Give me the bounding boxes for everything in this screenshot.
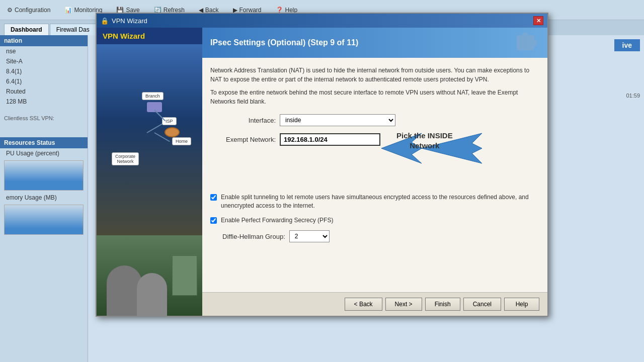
wizard-right-panel: IPsec Settings (Optional) (Step 9 of 11)…	[202, 28, 547, 316]
wizard-left-title: VPN Wizard	[97, 28, 202, 44]
wizard-content: Network Address Translation (NAT) is use…	[202, 58, 547, 292]
pfs-row: Enable Perfect Forwarding Secrecy (PFS)	[210, 216, 539, 225]
dh-group-select[interactable]: 2 1 5	[289, 230, 330, 242]
sidebar-item-641[interactable]: 6.4(1)	[0, 76, 88, 86]
sidebar-item-nse[interactable]: nse	[0, 46, 88, 56]
vpn-wizard-dialog: 🔒 VPN Wizard ✕ VPN Wizard Branch	[96, 13, 548, 317]
monitoring-icon: 📊	[64, 7, 72, 14]
pfs-label: Enable Perfect Forwarding Secrecy (PFS)	[221, 216, 333, 225]
tab-dashboard[interactable]: Dashboard	[4, 24, 49, 35]
interface-row: Interface: insideoutside	[210, 114, 539, 126]
split-tunneling-row: Enable split tunneling to let remote use…	[210, 193, 539, 210]
sidebar-item-128mb: 128 MB	[0, 97, 88, 107]
isp-icon	[165, 127, 180, 137]
next-button[interactable]: Next >	[385, 298, 422, 311]
split-tunneling-checkbox[interactable]	[210, 194, 217, 201]
dialog-overlay: 🔒 VPN Wizard ✕ VPN Wizard Branch	[0, 0, 644, 362]
interface-select[interactable]: insideoutside	[280, 114, 395, 126]
sidebar-item-routed[interactable]: Routed	[0, 86, 88, 97]
exempt-network-row: Exempt Network: Pick the INSIDE Networ	[210, 133, 539, 146]
description-para-2: To expose the entire network behind the …	[210, 88, 539, 106]
wizard-description: Network Address Translation (NAT) is use…	[210, 66, 539, 106]
wizard-header: IPsec Settings (Optional) (Step 9 of 11)	[202, 28, 547, 58]
wizard-left-panel: VPN Wizard Branch ISP Home Cor	[97, 28, 202, 316]
wizard-bottom-image	[97, 235, 202, 316]
svg-point-1	[522, 33, 528, 38]
config-icon: ⚙	[7, 7, 13, 14]
finish-button[interactable]: Finish	[425, 298, 460, 311]
config-btn[interactable]: ⚙ Configuration	[4, 6, 53, 15]
isp-label: ISP	[162, 117, 177, 125]
person-silhouette-2	[137, 273, 167, 316]
dh-group-row: Diffie-Hellman Group: 2 1 5	[222, 230, 539, 242]
sidebar-ssl-vpn: Clientless SSL VPN:	[0, 114, 88, 122]
split-tunneling-label: Enable split tunneling to let remote use…	[221, 193, 539, 210]
dialog-title-left: 🔒 VPN Wizard	[101, 17, 147, 25]
description-para-1: Network Address Translation (NAT) is use…	[210, 66, 539, 84]
vpn-wizard-icon: 🔒	[101, 17, 109, 25]
interface-label: Interface:	[210, 117, 276, 124]
sidebar-section-resources: Resources Status	[0, 137, 88, 148]
sidebar-item-memory: emory Usage (MB)	[0, 193, 88, 203]
ive-label: ive	[614, 39, 640, 51]
branch-label: Branch	[142, 92, 164, 100]
dialog-body: VPN Wizard Branch ISP Home Cor	[97, 28, 547, 316]
help-button[interactable]: Help	[504, 298, 539, 311]
cancel-button[interactable]: Cancel	[463, 298, 501, 311]
sidebar-item-site-a[interactable]: Site-A	[0, 56, 88, 66]
wizard-footer: < Back Next > Finish Cancel Help	[202, 292, 547, 316]
sidebar-item-cpu: PU Usage (percent)	[0, 148, 88, 158]
sidebar-section-nation: nation	[0, 35, 88, 46]
wizard-network-image: Branch ISP Home CorporateNetwork	[97, 44, 202, 235]
dialog-title: VPN Wizard	[112, 17, 147, 25]
exempt-network-label: Exempt Network:	[210, 136, 276, 143]
svg-point-2	[531, 40, 537, 46]
tab-firewall[interactable]: Firewall Das	[50, 24, 96, 35]
corporate-network-label: CorporateNetwork	[112, 152, 139, 165]
arrow-annotation: Pick the INSIDE Network	[381, 123, 482, 173]
spacer	[210, 153, 539, 193]
pfs-checkbox[interactable]	[210, 217, 217, 224]
dialog-close-button[interactable]: ✕	[533, 16, 543, 25]
wizard-header-text: IPsec Settings (Optional) (Step 9 of 11)	[210, 38, 358, 47]
building	[172, 255, 197, 296]
exempt-network-input[interactable]	[280, 133, 380, 146]
home-label: Home	[172, 137, 191, 145]
dialog-titlebar: 🔒 VPN Wizard ✕	[97, 14, 547, 28]
back-button[interactable]: < Back	[345, 298, 382, 311]
dh-group-label: Diffie-Hellman Group:	[222, 233, 285, 240]
sidebar: nation nse Site-A 8.4(1) 6.4(1) Routed 1…	[0, 35, 88, 362]
sidebar-item-841[interactable]: 8.4(1)	[0, 66, 88, 76]
arrow-text: Pick the INSIDE Network	[396, 131, 453, 150]
puzzle-icon	[514, 33, 539, 53]
